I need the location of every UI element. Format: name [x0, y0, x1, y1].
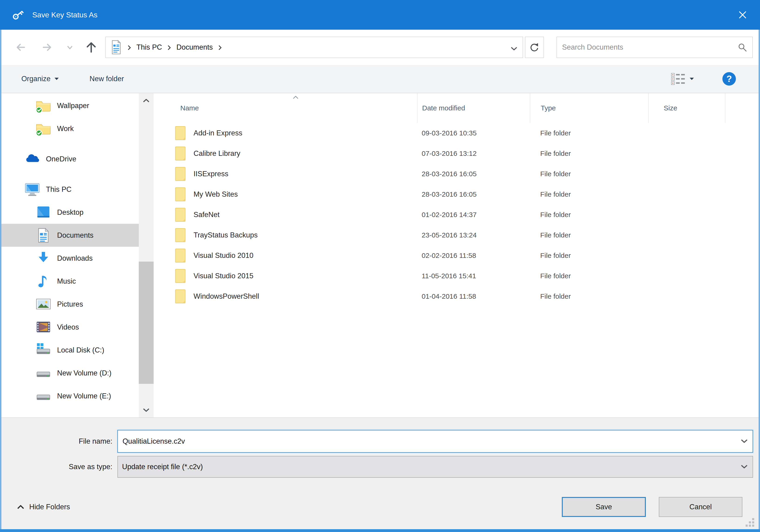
file-type: File folder [530, 190, 648, 198]
breadcrumb-separator-icon [127, 44, 131, 50]
sidebar-item-pictures[interactable]: Pictures [1, 293, 139, 316]
save-as-type-row: Save as type: Update receipt file (*.c2v… [1, 456, 759, 478]
file-date-modified: 23-05-2016 13:24 [417, 231, 530, 239]
file-type: File folder [530, 170, 648, 178]
drive-icon [36, 388, 51, 404]
sidebar-item-label: New Volume (D:) [57, 369, 112, 377]
sidebar-item-work[interactable]: Work [1, 117, 139, 140]
resize-grip-icon[interactable] [745, 518, 755, 528]
folder-synced-icon [36, 98, 51, 113]
search-icon[interactable] [737, 42, 748, 53]
sidebar-item-downloads[interactable]: Downloads [1, 247, 139, 270]
sidebar-item-new-volume-d[interactable]: New Volume (D:) [1, 362, 139, 384]
back-button[interactable] [13, 40, 27, 54]
sidebar-item-documents[interactable]: Documents [1, 224, 139, 247]
file-row-add-in-express[interactable]: Add-in Express09-03-2016 10:35File folde… [154, 123, 759, 143]
organize-label: Organize [21, 75, 51, 83]
file-row-my-web-sites[interactable]: My Web Sites28-03-2016 16:05File folder [154, 184, 759, 204]
sidebar-item-videos[interactable]: Videos [1, 316, 139, 338]
pictures-icon [36, 297, 51, 312]
file-row-iisexpress[interactable]: IISExpress28-03-2016 16:05File folder [154, 164, 759, 184]
file-date-modified: 09-03-2016 10:35 [417, 129, 530, 137]
save-as-type-value: Update receipt file (*.c2v) [122, 463, 740, 471]
save-button[interactable]: Save [562, 497, 646, 517]
save-as-type-select[interactable]: Update receipt file (*.c2v) [118, 456, 753, 478]
sidebar-item-label: New Volume (E:) [57, 392, 111, 400]
title-bar: Save Key Status As [0, 0, 760, 30]
forward-button[interactable] [41, 40, 55, 54]
close-button[interactable] [725, 0, 760, 30]
up-button[interactable] [84, 40, 98, 55]
address-dropdown[interactable] [510, 45, 518, 50]
back-arrow-icon [13, 40, 27, 54]
view-options-button[interactable] [671, 72, 694, 85]
sidebar-item-label: Pictures [57, 300, 83, 308]
sidebar-item-this-pc[interactable]: This PC [1, 178, 139, 201]
forward-arrow-icon [41, 40, 55, 54]
refresh-button[interactable] [525, 37, 544, 58]
dialog-buttons-row: Hide Folders Save Cancel [1, 497, 759, 517]
file-row-calibre-library[interactable]: Calibre Library07-03-2016 13:12File fold… [154, 143, 759, 164]
file-row-visual-studio-2015[interactable]: Visual Studio 201511-05-2016 15:41File f… [154, 266, 759, 286]
column-headers: Name Date modified Type Size [154, 93, 759, 123]
column-header-type[interactable]: Type [530, 93, 648, 123]
hide-folders-button[interactable]: Hide Folders [17, 503, 70, 511]
sidebar-item-wallpaper[interactable]: Wallpaper [1, 94, 139, 117]
file-name: SafeNet [194, 210, 219, 219]
new-folder-button[interactable]: New folder [90, 75, 124, 83]
sidebar-item-onedrive[interactable]: OneDrive [1, 148, 139, 170]
file-row-visual-studio-2010[interactable]: Visual Studio 201002-02-2016 11:58File f… [154, 245, 759, 266]
file-row-safenet[interactable]: SafeNet01-02-2016 14:37File folder [154, 204, 759, 225]
column-header-date-modified[interactable]: Date modified [417, 93, 530, 123]
file-date-modified: 01-04-2016 11:58 [417, 292, 530, 300]
folder-icon [173, 247, 187, 264]
file-name: Visual Studio 2010 [194, 251, 254, 260]
videos-icon [36, 320, 51, 335]
breadcrumb: This PC Documents [105, 37, 523, 58]
hide-folders-label: Hide Folders [29, 503, 70, 511]
sidebar-item-new-volume-e[interactable]: New Volume (E:) [1, 384, 139, 408]
document-icon [111, 40, 122, 55]
desktop-icon [36, 205, 51, 220]
scroll-up-button[interactable] [139, 93, 154, 108]
file-type: File folder [530, 129, 648, 137]
file-list-area: Name Date modified Type Size Add-in Expr… [154, 93, 759, 418]
file-date-modified: 02-02-2016 11:58 [417, 252, 530, 259]
scroll-down-button[interactable] [139, 403, 154, 418]
chevron-down-icon[interactable] [740, 439, 748, 444]
file-row-windowspowershell[interactable]: WindowsPowerShell01-04-2016 11:58File fo… [154, 286, 759, 307]
sidebar-item-desktop[interactable]: Desktop [1, 201, 139, 224]
folder-icon [173, 268, 187, 284]
file-type: File folder [530, 292, 648, 300]
column-header-size[interactable]: Size [648, 93, 726, 123]
chevron-up-icon [17, 504, 24, 510]
column-header-name[interactable]: Name [154, 93, 417, 123]
organize-button[interactable]: Organize [21, 75, 59, 83]
search-box [556, 37, 753, 58]
file-name: WindowsPowerShell [194, 292, 259, 300]
sidebar-item-label: Local Disk (C:) [57, 346, 104, 354]
cancel-button[interactable]: Cancel [659, 497, 742, 517]
sidebar-item-local-disk-c[interactable]: Local Disk (C:) [1, 338, 139, 362]
breadcrumb-documents[interactable]: Documents [176, 43, 213, 52]
sidebar-item-music[interactable]: Music [1, 270, 139, 293]
file-type: File folder [530, 272, 648, 280]
file-date-modified: 28-03-2016 16:05 [417, 190, 530, 198]
file-type: File folder [530, 252, 648, 259]
file-type: File folder [530, 150, 648, 157]
navigation-bar: This PC Documents [1, 30, 759, 65]
file-name: IISExpress [194, 170, 228, 178]
history-dropdown[interactable] [66, 43, 74, 51]
sidebar-scrollbar[interactable] [139, 93, 154, 418]
svg-text:?: ? [726, 74, 732, 84]
file-row-traystatus-backups[interactable]: TrayStatus Backups23-05-2016 13:24File f… [154, 225, 759, 245]
help-button[interactable]: ? [722, 72, 736, 86]
file-name: Add-in Express [194, 129, 242, 137]
file-name: Calibre Library [194, 149, 240, 158]
scrollbar-thumb[interactable] [139, 262, 154, 384]
breadcrumb-this-pc[interactable]: This PC [136, 43, 162, 52]
local-disk-icon [36, 342, 51, 358]
folder-icon [173, 227, 187, 243]
file-name-input[interactable] [118, 437, 740, 446]
search-input[interactable] [562, 43, 737, 52]
